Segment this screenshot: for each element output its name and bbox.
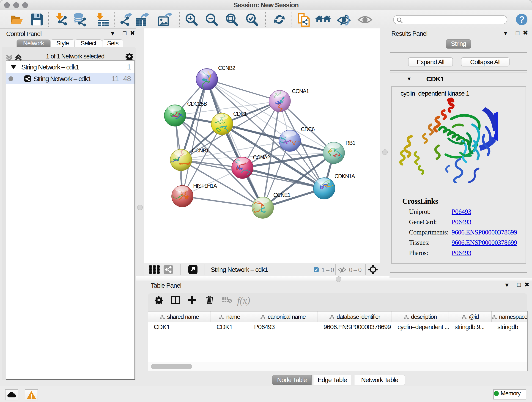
svg-text:CDK1: CDK1 — [233, 111, 247, 117]
svg-text:CCNE1: CCNE1 — [273, 192, 291, 198]
svg-text:CCNB1: CCNB1 — [192, 147, 209, 153]
svg-text:RB1: RB1 — [346, 140, 355, 146]
svg-text:CCNA1: CCNA1 — [292, 88, 309, 94]
svg-text:HIST1H1A: HIST1H1A — [193, 183, 217, 189]
svg-text:CDKN1A: CDKN1A — [335, 173, 355, 179]
svg-text:CCNA2: CCNA2 — [253, 154, 270, 160]
svg-text:CDC6: CDC6 — [301, 126, 315, 132]
svg-text:CDC25B: CDC25B — [187, 101, 207, 107]
svg-text:CCNB2: CCNB2 — [218, 65, 235, 71]
